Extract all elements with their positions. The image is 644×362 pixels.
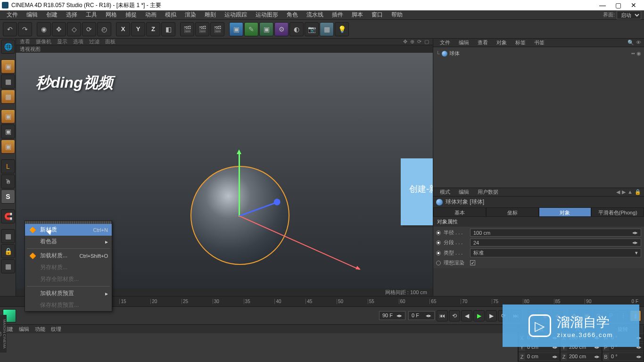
- material-list[interactable]: [0, 333, 518, 362]
- context-item[interactable]: 🔶加载材质...Ctrl+Shift+O: [25, 250, 112, 262]
- context-item[interactable]: 着色器▸: [25, 236, 112, 247]
- goto-prevkey-button[interactable]: ⟲: [449, 310, 460, 321]
- scale-button[interactable]: ◇: [67, 22, 81, 36]
- om-objects[interactable]: 对象: [493, 39, 511, 47]
- axis-mode[interactable]: L: [1, 159, 15, 173]
- snap-mode[interactable]: S: [1, 189, 15, 204]
- menu-edit[interactable]: 编辑: [23, 10, 41, 20]
- am-next-icon[interactable]: ▶: [622, 189, 626, 195]
- undo-button[interactable]: ↶: [3, 22, 17, 36]
- model-mode[interactable]: ▣: [1, 59, 15, 74]
- object-row-sphere[interactable]: └ 球体 ▪▪ ◉: [435, 49, 642, 58]
- z-axis-lock[interactable]: Z: [146, 22, 160, 36]
- menu-animate[interactable]: 动画: [141, 10, 160, 20]
- menu-window[interactable]: 窗口: [368, 10, 387, 20]
- redo-button[interactable]: ↷: [18, 22, 32, 36]
- om-file[interactable]: 文件: [436, 39, 454, 47]
- menu-track[interactable]: 运动跟踪: [221, 10, 251, 20]
- move-button[interactable]: ✥: [52, 22, 66, 36]
- segments-input[interactable]: 24◂▸: [470, 239, 641, 247]
- vp-display[interactable]: 显示: [57, 38, 67, 45]
- recent-button[interactable]: ◴: [97, 22, 111, 36]
- x-axis-lock[interactable]: X: [116, 22, 130, 36]
- am-lock-icon[interactable]: 🔒: [635, 189, 641, 195]
- am-prev-icon[interactable]: ◀: [616, 189, 620, 195]
- viewport-solo[interactable]: ▦: [1, 229, 15, 243]
- make-editable-button[interactable]: 🌐: [1, 40, 15, 54]
- am-mode[interactable]: 模式: [436, 188, 454, 196]
- vp-filter[interactable]: 过滤: [89, 38, 99, 45]
- layout-select[interactable]: 启动: [617, 11, 641, 19]
- frame-end-input[interactable]: 90 F◂▸: [379, 311, 405, 320]
- spline-button[interactable]: ✎: [244, 22, 258, 36]
- attr-tab-phong[interactable]: 平滑着色(Phong): [591, 207, 644, 217]
- y-axis-gizmo[interactable]: [239, 151, 240, 217]
- vp-panel[interactable]: 面板: [105, 38, 116, 45]
- attr-tab-object[interactable]: 对象: [539, 207, 592, 217]
- menu-tools[interactable]: 工具: [82, 10, 101, 20]
- mat-edit[interactable]: 编辑: [19, 326, 29, 333]
- vp-zoom-icon[interactable]: ⊕: [410, 39, 414, 45]
- deformer-button[interactable]: ⚙: [274, 22, 289, 36]
- prev-frame-button[interactable]: ◀: [461, 310, 472, 321]
- vp-options[interactable]: 选项: [73, 38, 83, 45]
- light-button[interactable]: 💡: [335, 22, 349, 36]
- om-eye-icon[interactable]: 👁: [636, 40, 641, 46]
- play-button[interactable]: ▶: [473, 310, 485, 321]
- workplane-mode[interactable]: ▦: [1, 90, 15, 104]
- menu-create[interactable]: 创建: [42, 10, 61, 20]
- frame-current-input[interactable]: 0 F◂▸: [408, 311, 435, 320]
- minimize-button[interactable]: —: [599, 1, 606, 9]
- point-mode[interactable]: ▣: [1, 109, 15, 123]
- am-userdata[interactable]: 用户数据: [474, 188, 502, 196]
- coord-system-button[interactable]: ◧: [161, 22, 175, 36]
- magnet-button[interactable]: 🧲: [1, 209, 15, 223]
- vp-rotate-icon[interactable]: ⟳: [417, 39, 421, 45]
- ideal-checkbox[interactable]: ✓: [470, 260, 475, 265]
- menu-help[interactable]: 帮助: [388, 10, 406, 20]
- om-view[interactable]: 查看: [474, 39, 492, 47]
- lock-button[interactable]: 🔒: [1, 244, 15, 258]
- attr-tab-basic[interactable]: 基本: [433, 207, 486, 217]
- om-edit[interactable]: 编辑: [455, 39, 473, 47]
- menu-mograph[interactable]: 运动图形: [252, 10, 282, 20]
- am-edit[interactable]: 编辑: [455, 188, 473, 196]
- rot-input[interactable]: 0 °◂▸: [609, 353, 644, 360]
- menu-character[interactable]: 角色: [283, 10, 302, 20]
- menu-plugins[interactable]: 插件: [328, 10, 347, 20]
- context-item[interactable]: 🔶新材质Ctrl+N: [25, 224, 112, 236]
- mat-function[interactable]: 功能: [35, 326, 45, 333]
- om-tags[interactable]: 标签: [512, 39, 529, 47]
- grid-button[interactable]: ▦: [1, 259, 15, 273]
- vp-camera[interactable]: 摄像机: [36, 38, 51, 45]
- am-up-icon[interactable]: ▲: [627, 189, 633, 195]
- y-axis-lock[interactable]: Y: [131, 22, 145, 36]
- context-item[interactable]: 加载材质预置▸: [25, 288, 112, 299]
- mat-texture[interactable]: 纹理: [51, 326, 61, 333]
- render-pv-button[interactable]: 🎬: [195, 22, 209, 36]
- om-search-icon[interactable]: 🔍: [627, 40, 634, 46]
- menu-select[interactable]: 选择: [62, 10, 81, 20]
- generator-button[interactable]: ▣: [259, 22, 273, 36]
- pos-input[interactable]: 0 cm◂▸: [525, 353, 560, 360]
- primitive-button[interactable]: ▣: [229, 22, 243, 36]
- render-view-button[interactable]: 🎬: [180, 22, 194, 36]
- radius-input[interactable]: 100 cm◂▸: [470, 229, 641, 237]
- camera-button[interactable]: 📷: [305, 22, 319, 36]
- radio-icon[interactable]: [436, 251, 441, 255]
- menu-pipeline[interactable]: 流水线: [303, 10, 327, 20]
- size-input[interactable]: 200 cm◂▸: [567, 353, 602, 360]
- menu-file[interactable]: 文件: [3, 10, 22, 20]
- rotate-button[interactable]: ⟳: [82, 22, 96, 36]
- menu-simulate[interactable]: 模拟: [161, 10, 180, 20]
- close-button[interactable]: ✕: [631, 1, 636, 9]
- goto-start-button[interactable]: ⏮: [437, 310, 448, 321]
- om-bookmarks[interactable]: 书签: [530, 39, 548, 47]
- maximize-button[interactable]: ▢: [615, 1, 621, 9]
- menu-render[interactable]: 渲染: [181, 10, 200, 20]
- render-settings-button[interactable]: 🎬: [210, 22, 224, 36]
- environment-button[interactable]: ◐: [289, 22, 304, 36]
- type-select[interactable]: 标准▾: [470, 248, 641, 257]
- next-frame-button[interactable]: ▶: [486, 310, 497, 321]
- texture-mode[interactable]: ▦: [1, 74, 15, 89]
